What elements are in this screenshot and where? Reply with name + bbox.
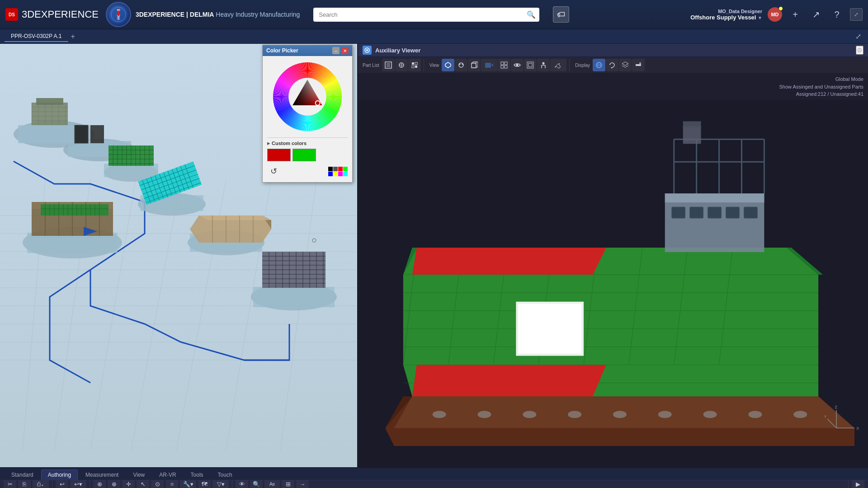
custom-colors-section: ▶ Custom colors ↺	[267, 137, 348, 178]
swatch-red[interactable]	[267, 149, 291, 161]
view-btn-2[interactable]	[455, 59, 467, 71]
mini-swatch-black[interactable]	[328, 167, 333, 171]
display-btn-style[interactable]	[632, 59, 645, 71]
display-btn-globe[interactable]	[593, 59, 605, 71]
dialog-title: Color Picker	[266, 47, 298, 54]
bt-paste-drop[interactable]: ⎙▾	[33, 480, 49, 488]
svg-rect-222	[683, 126, 701, 144]
bt-snap[interactable]: ⊕	[93, 480, 106, 488]
svg-marker-168	[611, 67, 613, 69]
custom-colors-header[interactable]: ▶ Custom colors	[267, 141, 348, 146]
bt-separator-end	[848, 480, 849, 488]
bt-view1[interactable]: 👁	[236, 480, 248, 488]
part-list-btn-3[interactable]	[408, 59, 421, 71]
right-panel: Auxiliary Viewer ⚙ Part List View	[357, 44, 868, 467]
mini-swatch-magenta[interactable]	[338, 172, 343, 176]
view-btn-1[interactable]	[442, 59, 454, 71]
bt-map[interactable]: 🗺	[198, 480, 211, 488]
part-list-btn-1[interactable]	[382, 59, 395, 71]
bt-text[interactable]: AB	[264, 480, 280, 488]
bt-parts[interactable]: 🔧▾	[180, 480, 196, 488]
bt-undo[interactable]: ↩	[56, 480, 68, 488]
color-wheel[interactable]	[271, 61, 344, 133]
view-btn-cube[interactable]	[468, 59, 481, 71]
aux-settings-button[interactable]: ⚙	[856, 46, 863, 55]
tab-ppr-osv[interactable]: PPR-OSV-0302P A.1	[5, 31, 68, 42]
bottom-toolbar: ✂ ⎘ ⎙▾ ↩ ↩▾ ⊕ ⊕ ✛ ↖ ⊙ ⌗ 🔧▾ 🗺 ▽▾ 👁 🔍 AB ⊞…	[0, 480, 868, 488]
bt-more[interactable]: ▶	[852, 480, 864, 488]
svg-rect-39	[90, 125, 104, 143]
view-btn-grid[interactable]	[498, 59, 510, 71]
bt-table[interactable]: ⊞	[282, 480, 294, 488]
svg-rect-223	[683, 121, 701, 128]
compass-button[interactable]: 3D V.R	[106, 2, 131, 27]
swatch-green[interactable]	[292, 149, 316, 161]
svg-rect-25	[36, 98, 63, 105]
tab-tools[interactable]: Tools	[184, 469, 210, 480]
svg-rect-206	[672, 207, 685, 218]
mini-swatch-cyan[interactable]	[343, 172, 348, 176]
mini-swatches	[328, 167, 348, 176]
dialog-close-button[interactable]: ✕	[341, 47, 349, 54]
tab-touch[interactable]: Touch	[211, 469, 239, 480]
search-button[interactable]: 🔍	[527, 10, 536, 19]
tab-measurement[interactable]: Measurement	[79, 469, 125, 480]
undo-button[interactable]: ↺	[267, 165, 280, 178]
viewport-3d[interactable]: Color Picker – ✕	[0, 44, 357, 467]
ship-3d-svg: X Y Z	[358, 100, 868, 468]
aux-toolbar: Part List View	[358, 57, 868, 74]
color-wheel-canvas[interactable]	[271, 61, 344, 133]
bt-snap2[interactable]: ⊕	[108, 480, 120, 488]
svg-point-150	[459, 64, 461, 65]
tab-add-button[interactable]: +	[71, 33, 75, 41]
search-input[interactable]	[313, 8, 539, 22]
bt-view2[interactable]: 🔍	[250, 480, 263, 488]
view-btn-person[interactable]	[537, 59, 550, 71]
bt-undo-drop[interactable]: ↩▾	[70, 480, 86, 488]
aux-header-left: Auxiliary Viewer	[363, 46, 420, 55]
dialog-minimize-button[interactable]: –	[332, 47, 340, 54]
display-btn-rotate[interactable]	[606, 59, 618, 71]
aux-viewport[interactable]: X Y Z	[358, 100, 868, 468]
bt-filter[interactable]: ⊙	[151, 480, 164, 488]
bt-select[interactable]: ↖	[137, 480, 149, 488]
view-btn-eye[interactable]	[511, 59, 524, 71]
view-btn-frame[interactable]	[524, 59, 537, 71]
display-btn-layers[interactable]	[619, 59, 632, 71]
svg-marker-148	[445, 62, 451, 68]
add-button[interactable]: +	[788, 7, 803, 22]
svg-point-151	[462, 64, 463, 65]
bt-move[interactable]: ✛	[122, 480, 135, 488]
bt-separator-3	[232, 480, 232, 488]
svg-marker-192	[412, 365, 606, 396]
bt-copy[interactable]: ⎘	[18, 480, 31, 488]
svg-rect-99	[41, 204, 108, 216]
view-btn-wrench[interactable]	[550, 59, 566, 71]
tab-expand[interactable]: ⤢	[853, 31, 863, 42]
tab-authoring[interactable]: Authoring	[41, 469, 78, 480]
expand-button[interactable]: ⤢	[850, 8, 863, 21]
bt-assembly[interactable]: ⌗	[165, 480, 178, 488]
help-button[interactable]: ?	[829, 7, 844, 22]
bottom-tab-bar: Standard Authoring Measurement View AR-V…	[0, 467, 868, 488]
app-title: 3DEXPERIENCE | DELMIA Heavy Industry Man…	[136, 11, 300, 18]
share-button[interactable]: ↗	[808, 7, 824, 22]
tab-view[interactable]: View	[126, 469, 151, 480]
view-btn-drop[interactable]	[481, 59, 497, 71]
tag-button[interactable]: 🏷	[553, 6, 569, 23]
mini-swatch-dark[interactable]	[333, 167, 338, 171]
bt-filter2[interactable]: ▽▾	[212, 480, 229, 488]
mini-swatch-yellow[interactable]	[333, 172, 338, 176]
bt-cut[interactable]: ✂	[4, 480, 16, 488]
mini-swatch-red[interactable]	[338, 167, 343, 171]
svg-rect-162	[527, 62, 533, 68]
tab-standard[interactable]: Standard	[5, 469, 40, 480]
tab-ar-vr[interactable]: AR-VR	[152, 469, 183, 480]
part-list-btn-2[interactable]	[395, 59, 408, 71]
svg-point-200	[658, 411, 672, 418]
bt-arrow[interactable]: →	[296, 480, 309, 488]
mini-swatch-green[interactable]	[343, 167, 348, 171]
mini-swatch-blue[interactable]	[328, 172, 333, 176]
aux-viewer-icon	[363, 46, 372, 55]
search-bar: 🔍	[313, 8, 539, 22]
